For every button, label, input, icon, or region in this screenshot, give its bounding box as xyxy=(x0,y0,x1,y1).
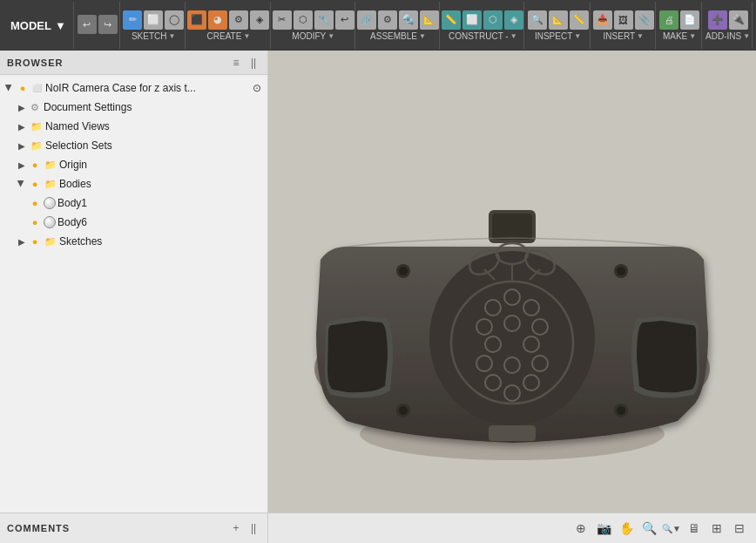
3d-model-svg xyxy=(268,51,756,512)
make-arrow: ▼ xyxy=(689,32,696,40)
insert-icon2[interactable]: 🖼 xyxy=(614,10,633,30)
construct-icon4[interactable]: ◈ xyxy=(504,10,523,30)
sketch2-icon[interactable]: ⬜ xyxy=(144,10,163,30)
sketch-section[interactable]: ✏ ⬜ ◯ SKETCH ▼ xyxy=(122,2,186,49)
sketch3-icon[interactable]: ◯ xyxy=(165,10,184,30)
viewport[interactable] xyxy=(268,51,756,512)
origin-eye-icon[interactable]: ● xyxy=(28,158,42,172)
create-icon3[interactable]: ⚙ xyxy=(229,10,248,30)
top-toolbar: MODEL ▼ ↩ ↪ ✏ ⬜ ◯ SKETCH ▼ ⬛ ◕ ⚙ ◈ CREAT… xyxy=(0,0,756,51)
insert-section[interactable]: 📥 🖼 📎 INSERT ▼ xyxy=(592,2,656,49)
bodies-eye-icon[interactable]: ● xyxy=(28,177,42,191)
origin-display-icon[interactable]: ⊕ xyxy=(571,519,591,538)
construct-section[interactable]: 📏 ⬜ ⬡ ◈ CONSTRUCT - ▼ xyxy=(442,2,524,49)
sketches-folder-icon: 📁 xyxy=(44,234,57,248)
undo-redo-section[interactable]: ↩ ↪ xyxy=(76,2,120,49)
bodies-folder-icon: 📁 xyxy=(44,177,57,191)
addins-icon1[interactable]: ➕ xyxy=(708,10,727,30)
make-section[interactable]: 🖨 📄 MAKE ▼ xyxy=(658,2,702,49)
body1-eye-icon[interactable]: ● xyxy=(28,196,42,210)
zoom-tool-icon[interactable]: 🔍 xyxy=(639,519,658,538)
assemble-icon3[interactable]: 🔩 xyxy=(399,10,418,30)
model-dropdown[interactable]: MODEL ▼ xyxy=(3,2,74,49)
create-icon4[interactable]: ◈ xyxy=(250,10,269,30)
tree-root[interactable]: ▶ ● ⬜ NoIR Camera Case for z axis t... ⊙ xyxy=(0,78,267,98)
insert-icon3[interactable]: 📎 xyxy=(635,10,654,30)
create-icon1[interactable]: ⬛ xyxy=(187,10,206,30)
assemble-icon4[interactable]: 📐 xyxy=(420,10,439,30)
root-eye-icon[interactable]: ● xyxy=(16,81,30,95)
create-section[interactable]: ⬛ ◕ ⚙ ◈ CREATE ▼ xyxy=(187,2,270,49)
browser-header-icons: ≡ || xyxy=(229,56,260,70)
modify-icon4[interactable]: ↩ xyxy=(335,10,354,30)
sketches-arrow: ▶ xyxy=(16,235,28,248)
root-settings-icon[interactable]: ⬜ xyxy=(30,81,44,95)
tree-sketches[interactable]: ▶ ● 📁 Sketches xyxy=(0,232,267,251)
assemble-icon1[interactable]: 🔗 xyxy=(357,10,376,30)
tree-selection-sets[interactable]: ▶ 📁 Selection Sets xyxy=(0,136,267,155)
inspect-icon3[interactable]: 📏 xyxy=(570,10,589,30)
selection-sets-label: Selection Sets xyxy=(45,139,264,152)
make-icon1[interactable]: 🖨 xyxy=(659,10,678,30)
insert-icon1[interactable]: 📥 xyxy=(593,10,612,30)
undo-icon[interactable]: ↩ xyxy=(78,15,97,34)
modify-icon3[interactable]: 🔧 xyxy=(314,10,334,30)
assemble-arrow: ▼ xyxy=(419,32,426,40)
body1-label: Body1 xyxy=(57,197,264,209)
body6-eye-icon[interactable]: ● xyxy=(28,215,42,229)
addins-icon2[interactable]: 🔌 xyxy=(729,10,748,30)
comments-plus-button[interactable]: + xyxy=(229,521,243,535)
construct-arrow: ▼ xyxy=(510,32,517,40)
construct-icon3[interactable]: ⬡ xyxy=(483,10,503,30)
grid-display-icon[interactable]: ⊞ xyxy=(707,519,726,538)
selection-sets-arrow: ▶ xyxy=(16,139,28,152)
browser-tree: ▶ ● ⬜ NoIR Camera Case for z axis t... ⊙… xyxy=(0,75,267,512)
browser-collapse-icon[interactable]: ≡ xyxy=(229,56,243,70)
svg-rect-8 xyxy=(489,425,536,441)
construct-icon2[interactable]: ⬜ xyxy=(462,10,482,30)
assemble-icon2[interactable]: ⚙ xyxy=(378,10,397,30)
display-mode-icon[interactable]: 🖥 xyxy=(685,519,704,538)
addins-arrow: ▼ xyxy=(743,32,750,40)
pan-tool-icon[interactable]: ✋ xyxy=(617,519,636,538)
bottom-bar: COMMENTS + || ⊕ 📷 ✋ 🔍 🔍▼ 🖥 ⊞ ⊟ xyxy=(0,512,756,543)
sketch-icon[interactable]: ✏ xyxy=(123,10,142,30)
inspect-icon2[interactable]: 📐 xyxy=(549,10,568,30)
svg-rect-7 xyxy=(492,214,532,240)
make-label: MAKE xyxy=(663,31,687,41)
svg-point-10 xyxy=(399,267,408,275)
redo-icon[interactable]: ↪ xyxy=(98,15,118,34)
tree-named-views[interactable]: ▶ 📁 Named Views xyxy=(0,117,267,136)
sketches-eye-icon[interactable]: ● xyxy=(28,234,42,248)
modify-section[interactable]: ✂ ⬡ 🔧 ↩ MODIFY ▼ xyxy=(273,2,355,49)
inspect-section[interactable]: 🔍 📐 📏 INSPECT ▼ xyxy=(526,2,590,49)
make-icon2[interactable]: 📄 xyxy=(680,10,699,30)
tree-bodies[interactable]: ▶ ● 📁 Bodies xyxy=(0,174,267,193)
construct-icon1[interactable]: 📏 xyxy=(442,10,461,30)
origin-folder-icon: 📁 xyxy=(44,158,57,172)
comments-divider-icon: || xyxy=(246,521,260,535)
root-target-icon[interactable]: ⊙ xyxy=(250,81,264,95)
assemble-section[interactable]: 🔗 ⚙ 🔩 📐 ASSEMBLE ▼ xyxy=(357,2,440,49)
insert-arrow: ▼ xyxy=(637,32,644,40)
grid-alt-icon[interactable]: ⊟ xyxy=(730,519,749,538)
doc-settings-arrow: ▶ xyxy=(16,101,28,113)
construct-label: CONSTRUCT - xyxy=(449,31,509,41)
create-icon2[interactable]: ◕ xyxy=(208,10,227,30)
browser-title: BROWSER xyxy=(7,58,63,68)
modify-icon2[interactable]: ⬡ xyxy=(294,10,313,30)
tree-origin[interactable]: ▶ ● 📁 Origin xyxy=(0,155,267,174)
zoom-dropdown-tool-icon[interactable]: 🔍▼ xyxy=(662,519,681,538)
addins-section[interactable]: ➕ 🔌 ADD-INS ▼ xyxy=(704,2,753,49)
tree-doc-settings[interactable]: ▶ ⚙ Document Settings xyxy=(0,98,267,117)
root-label[interactable]: NoIR Camera Case for z axis t... xyxy=(45,82,250,94)
tree-body6[interactable]: ● Body6 xyxy=(0,213,267,232)
model-label: MODEL xyxy=(10,19,51,32)
modify-icon1[interactable]: ✂ xyxy=(273,10,292,30)
browser-panel: BROWSER ≡ || ▶ ● ⬜ NoIR Camera Case for … xyxy=(0,51,268,512)
svg-point-14 xyxy=(399,406,408,415)
inspect-icon1[interactable]: 🔍 xyxy=(528,10,547,30)
tree-body1[interactable]: ● Body1 xyxy=(0,193,267,213)
svg-point-12 xyxy=(617,267,625,275)
camera-tool-icon[interactable]: 📷 xyxy=(594,519,613,538)
